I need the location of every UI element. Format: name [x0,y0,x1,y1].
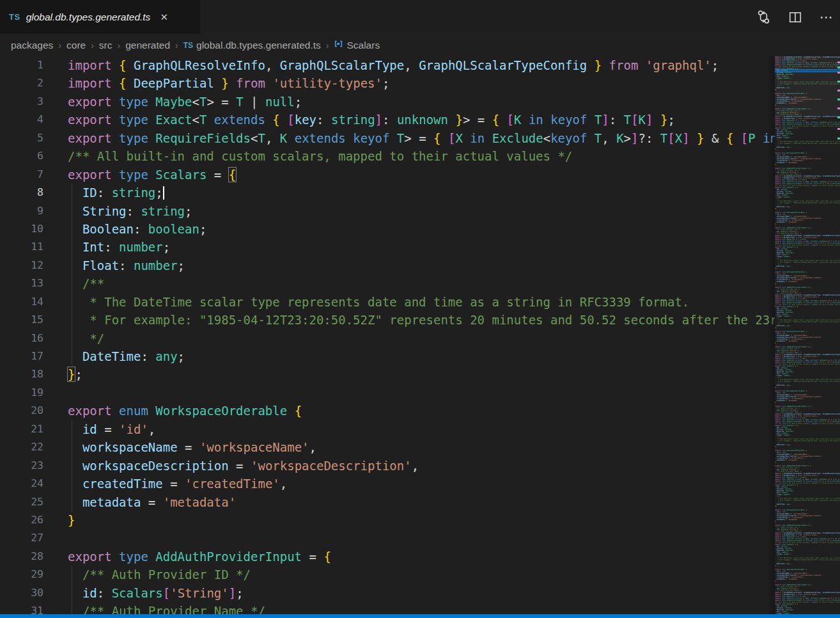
breadcrumb-item-src[interactable]: src [99,40,113,51]
code-text: id: Scalars['String']; [43,584,775,602]
editor-tab[interactable]: TS global.db.types.generated.ts ✕ [0,0,200,34]
indent-guide [72,184,72,202]
code-line[interactable]: 6/** All built-in and custom scalars, ma… [0,147,775,165]
line-number[interactable]: 15 [0,311,43,329]
line-number[interactable]: 13 [0,274,43,292]
line-number[interactable]: 18 [0,365,43,383]
code-line[interactable]: 24 createdTime = 'createdTime', [0,475,775,493]
code-line[interactable]: 9 String: string; [0,202,775,220]
code-text: import { DeepPartial } from 'utility-typ… [43,74,775,92]
line-number[interactable]: 8 [0,184,43,202]
indent-guide [72,202,72,220]
line-number[interactable]: 17 [0,347,43,365]
line-number[interactable]: 3 [0,93,43,111]
line-number[interactable]: 28 [0,548,43,566]
code-line[interactable]: 29 /** Auth Provider ID */ [0,566,775,583]
breadcrumb-item-packages[interactable]: packages [11,40,53,51]
code-line[interactable]: 19 [0,384,775,402]
breadcrumb-item-core[interactable]: core [66,40,86,51]
tab-title: global.db.types.generated.ts [26,12,151,23]
line-number[interactable]: 12 [0,257,43,274]
code-line[interactable]: 17 DateTime: any; [0,347,775,365]
line-number[interactable]: 2 [0,74,43,92]
editor[interactable]: 1import { GraphQLResolveInfo, GraphQLSca… [0,56,840,618]
code-line[interactable]: 22 workspaceName = 'workspaceName', [0,438,775,456]
line-number[interactable]: 14 [0,293,43,311]
code-line[interactable]: 11 Int: number; [0,238,775,256]
code-line[interactable]: 12 Float: number; [0,257,775,274]
line-number[interactable]: 4 [0,111,43,129]
code-line[interactable]: 5export type RequireFields<T, K extends … [0,129,775,147]
code-line[interactable]: 27 [0,529,775,547]
line-number[interactable]: 9 [0,202,43,220]
breadcrumb-label: core [66,40,86,51]
line-number[interactable]: 6 [0,147,43,165]
code-line[interactable]: 28export type AddAuthProviderInput = { [0,548,775,566]
code-text: String: string; [43,202,775,220]
line-number[interactable]: 10 [0,220,43,238]
line-number[interactable]: 5 [0,129,43,147]
code-line[interactable]: 21 id = 'id', [0,420,775,438]
line-number[interactable]: 30 [0,584,43,602]
line-number[interactable]: 19 [0,384,43,402]
line-number[interactable]: 27 [0,529,43,547]
line-number[interactable]: 23 [0,457,43,475]
code-line[interactable]: 15 * For example: "1985-04-12T23:20:50.5… [0,311,775,329]
breadcrumb-separator: › [326,40,329,51]
code-line[interactable]: 1import { GraphQLResolveInfo, GraphQLSca… [0,56,775,74]
code-line[interactable]: 13 /** [0,274,775,292]
more-actions-button[interactable]: ⋯ [820,14,834,20]
line-number[interactable]: 25 [0,493,43,511]
open-changes-button[interactable] [756,10,771,24]
code-line[interactable]: 26} [0,511,775,529]
breadcrumb-item-generated[interactable]: generated [125,40,170,51]
minimap[interactable]: import { GraphQLResolveInfo, GraphQLScal… [775,56,840,618]
code-text: /** All built-in and custom scalars, map… [43,147,775,165]
indent-guide [72,438,72,456]
code-text: } [43,511,775,529]
line-number[interactable]: 24 [0,475,43,493]
code-text: Float: number; [43,257,775,274]
line-number[interactable]: 11 [0,238,43,256]
line-number[interactable]: 16 [0,329,43,347]
indent-guide [72,220,72,238]
line-number[interactable]: 7 [0,166,43,184]
breadcrumb-item-global-db-types-generated-ts[interactable]: TSglobal.db.types.generated.ts [183,40,321,51]
code-line[interactable]: 23 workspaceDescription = 'workspaceDesc… [0,457,775,475]
code-line[interactable]: 14 * The DateTime scalar type represents… [0,293,775,311]
breadcrumb-item-scalars[interactable]: Scalars [334,39,380,51]
code-line[interactable]: 25 metadata = 'metadata' [0,493,775,511]
split-editor-button[interactable] [788,10,802,24]
indent-guide [72,420,72,438]
code-line[interactable]: 4export type Exact<T extends { [key: str… [0,111,775,129]
code-text: export type Scalars = { [43,166,775,184]
line-number[interactable]: 26 [0,511,43,529]
line-number[interactable]: 21 [0,420,43,438]
code-text: createdTime = 'createdTime', [43,475,775,493]
indent-guide [72,329,72,347]
code-line[interactable]: 10 Boolean: boolean; [0,220,775,238]
indent-guide [72,274,72,292]
code-text: ID: string; [43,184,775,202]
code-line[interactable]: 2import { DeepPartial } from 'utility-ty… [0,74,775,92]
code-line[interactable]: 7export type Scalars = { [0,166,775,184]
typescript-file-icon: TS [183,41,193,50]
line-number[interactable]: 22 [0,438,43,456]
line-number[interactable]: 20 [0,402,43,420]
code-line[interactable]: 30 id: Scalars['String']; [0,584,775,602]
code-text: metadata = 'metadata' [43,493,775,511]
code-line[interactable]: 8 ID: string; [0,184,775,202]
typescript-file-icon: TS [9,12,20,22]
editor-actions: ⋯ [756,0,834,34]
code-line[interactable]: 20export enum WorkspaceOrderable { [0,402,775,420]
code-text: * For example: "1985-04-12T23:20:50.52Z"… [43,311,775,329]
code-line[interactable]: 16 */ [0,329,775,347]
code-line[interactable]: 3export type Maybe<T> = T | null; [0,93,775,111]
close-tab-icon[interactable]: ✕ [160,12,168,23]
code-line[interactable]: 18}; [0,365,775,383]
line-number[interactable]: 1 [0,56,43,74]
indent-guide [72,257,72,274]
line-number[interactable]: 29 [0,566,43,583]
code-text [43,384,775,402]
breadcrumb-label: Scalars [346,40,380,51]
